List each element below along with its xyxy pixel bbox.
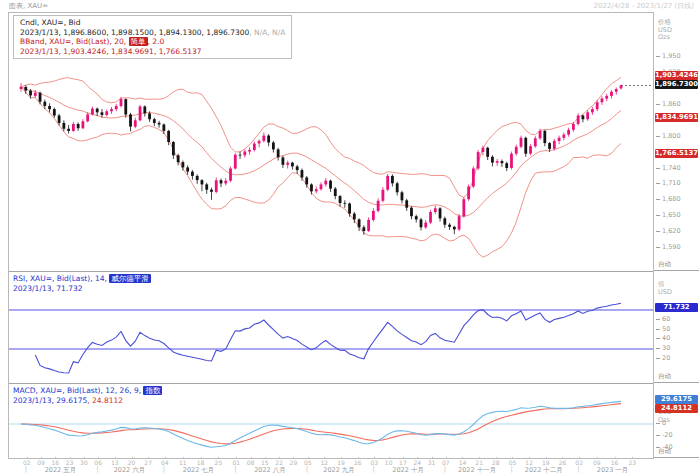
xaxis-day-label: 31 [428, 459, 436, 466]
chart-title: 图表, XAU= [9, 1, 48, 11]
axis-tick-label: 1,680 [656, 195, 681, 203]
rsi-pane[interactable]: RSI, XAU=, Bid(Last), 14, 威尔德平滑 2023/1/1… [9, 271, 653, 383]
xaxis-day-label: 17 [399, 459, 407, 466]
price-axis[interactable]: 价格 USD Ozs 自动 1,9501,9201,8601,8001,7401… [654, 12, 699, 271]
rsi-axis-units: 值 USD [654, 271, 699, 296]
xaxis-day-label: 25 [215, 459, 223, 466]
legend-candle-values: 2023/1/13, 1,896.8600, 1,898.1500, 1,894… [20, 28, 285, 38]
xaxis-day-label: 29 [290, 459, 298, 466]
xaxis-day-label: 09 [37, 459, 45, 466]
month-divider: | [577, 465, 579, 473]
xaxis-day-label: 26 [559, 459, 567, 466]
xaxis-day-label: 05 [509, 459, 517, 466]
xaxis-month-label: 2022 十月 [392, 466, 424, 474]
axis-tick-label: 50 [656, 325, 670, 333]
legend-rsi-value: 2023/1/13, 71.732 [13, 284, 151, 294]
xaxis-day-label: 28 [492, 459, 500, 466]
axis-tick-label: -20 [656, 431, 673, 439]
macd-type-chip: 指数 [143, 386, 162, 395]
month-divider: | [444, 465, 446, 473]
axis-tick-label: 1,950 [656, 52, 681, 60]
macd-pane[interactable]: MACD, XAU=, Bid(Last), 12, 26, 9, 指数 202… [9, 383, 653, 458]
xaxis-day-label: 23 [66, 459, 74, 466]
xaxis-day-label: 20 [128, 459, 136, 466]
xaxis-day-label: 09 [593, 459, 601, 466]
axis-tick-label: 1,710 [656, 179, 681, 187]
xaxis-day-label: 27 [144, 459, 152, 466]
xaxis-month-label: 2022 五月 [45, 466, 77, 474]
xaxis-day-label: 22 [275, 459, 283, 466]
legend-na: , N/A, N/A [249, 28, 285, 37]
time-axis[interactable]: |2022 五月0209162330|2022 六月06132027|2022 … [8, 457, 653, 474]
xaxis-day-label: 19 [542, 459, 550, 466]
xaxis-month-label: 2023 一月 [597, 466, 629, 474]
axis-tick-label: 60 [656, 315, 670, 323]
xaxis-month-label: 2022 十一月 [458, 466, 496, 474]
legend-candle-series: Cndl, XAU=, Bid [20, 18, 285, 28]
xaxis-month-label: 2022 七月 [183, 466, 215, 474]
axis-value-badge: 1,896.7300 [655, 80, 698, 89]
month-divider: | [25, 465, 27, 473]
xaxis-month-label: 2022 十二月 [525, 466, 563, 474]
xaxis-day-label: 10 [385, 459, 393, 466]
xaxis-day-label: 16 [611, 459, 619, 466]
macd-axis[interactable]: USD Ozs 自动 0-20-4029.617524.8112 [654, 383, 699, 458]
xaxis-month-label: 2022 八月 [254, 466, 286, 474]
xaxis-day-label: 24 [413, 459, 421, 466]
axis-value-badge: 1,903.4246 [655, 71, 698, 80]
macd-signal-value: 24.8112 [92, 396, 123, 405]
xaxis-day-label: 05 [304, 459, 312, 466]
axis-tick-label: 1,800 [656, 132, 681, 140]
chart-window: 图表, XAU= 2022/4/28 - 2023/1/27 (日线) Cndl… [0, 0, 699, 474]
month-divider: | [306, 465, 308, 473]
xaxis-day-label: 21 [475, 459, 483, 466]
xaxis-day-label: 02 [23, 459, 31, 466]
axis-tick-label: 1,740 [656, 164, 681, 172]
price-pane[interactable]: Cndl, XAU=, Bid 2023/1/13, 1,896.8600, 1… [9, 13, 653, 271]
xaxis-day-label: 18 [197, 459, 205, 466]
axis-tick-label: -40 [656, 443, 673, 451]
xaxis-day-label: 23 [628, 459, 636, 466]
rsi-smoothing-chip: 威尔德平滑 [109, 274, 151, 283]
xaxis-day-label: 14 [459, 459, 467, 466]
xaxis-day-label: 08 [247, 459, 255, 466]
axis-tick-label: 1,650 [656, 211, 681, 219]
xaxis-day-label: 12 [525, 459, 533, 466]
month-divider: | [163, 465, 165, 473]
legend-bband-values: 2023/1/13, 1,903.4246, 1,834.9691, 1,766… [20, 47, 285, 57]
axis-tick-label: 30 [656, 344, 670, 352]
xaxis-day-label: 07 [442, 459, 450, 466]
bband-type-chip: 简单 [129, 37, 148, 46]
legend-bband-series: BBand, XAU=, Bid(Last), 20, 简单, 2.0 [20, 37, 285, 47]
rsi-axis-auto-toggle[interactable]: 自动 [658, 372, 671, 381]
price-axis-units: 价格 USD Ozs [654, 12, 699, 42]
axis-tick-label: 40 [656, 334, 670, 342]
month-divider: | [510, 465, 512, 473]
date-range-label: 2022/4/28 - 2023/1/27 (日线) [594, 1, 694, 11]
xaxis-day-label: 16 [52, 459, 60, 466]
xaxis-day-label: 02 [575, 459, 583, 466]
legend-macd-values: 2023/1/13, 29.6175, 24.8112 [13, 396, 162, 406]
month-divider: | [96, 465, 98, 473]
price-axis-auto-toggle[interactable]: 自动 [658, 260, 671, 269]
month-divider: | [234, 465, 236, 473]
price-legend: Cndl, XAU=, Bid 2023/1/13, 1,896.8600, 1… [13, 15, 292, 59]
xaxis-day-label: 30 [80, 459, 88, 466]
chart-area: Cndl, XAU=, Bid 2023/1/13, 1,896.8600, 1… [8, 12, 654, 459]
xaxis-day-label: 11 [179, 459, 187, 466]
axis-tick-label: 1,860 [656, 100, 681, 108]
axis-value-badge: 24.8112 [655, 404, 698, 413]
xaxis-day-label: 12 [321, 459, 329, 466]
legend-rsi-series: RSI, XAU=, Bid(Last), 14, 威尔德平滑 [13, 274, 151, 284]
xaxis-day-label: 19 [337, 459, 345, 466]
axis-tick-label: 20 [656, 354, 670, 362]
axis-value-badge: 1,834.9691 [655, 113, 698, 122]
xaxis-month-label: 2022 九月 [323, 466, 355, 474]
xaxis-day-label: 03 [371, 459, 379, 466]
rsi-axis[interactable]: 值 USD 自动 605040302071.732 [654, 271, 699, 383]
legend-macd-series: MACD, XAU=, Bid(Last), 12, 26, 9, 指数 [13, 386, 162, 396]
xaxis-day-label: 15 [261, 459, 269, 466]
price-axis-column[interactable]: 价格 USD Ozs 自动 1,9501,9201,8601,8001,7401… [654, 12, 699, 474]
axis-value-badge: 71.732 [655, 303, 698, 312]
macd-legend: MACD, XAU=, Bid(Last), 12, 26, 9, 指数 202… [13, 386, 162, 405]
